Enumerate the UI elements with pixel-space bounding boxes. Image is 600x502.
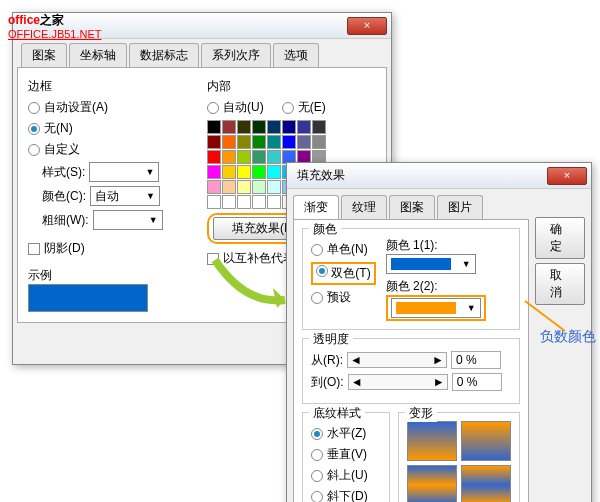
svg-line-0 bbox=[525, 301, 565, 331]
sample-title: 示例 bbox=[28, 267, 197, 284]
label-preset: 预设 bbox=[327, 289, 351, 306]
tab-pattern2[interactable]: 图案 bbox=[389, 195, 435, 219]
color-group: 颜色 单色(N) 双色(T) 预设 颜色 1(1): ▼ 颜色 2(2): bbox=[302, 228, 520, 330]
radio-diagdn[interactable] bbox=[311, 491, 323, 503]
radio-auto[interactable] bbox=[28, 102, 40, 114]
to-slider[interactable]: ◄► bbox=[348, 374, 448, 390]
close-icon[interactable]: × bbox=[347, 17, 387, 35]
label-one: 单色(N) bbox=[327, 241, 368, 258]
label-custom: 自定义 bbox=[44, 141, 80, 158]
color2-highlight: ▼ bbox=[386, 295, 486, 321]
color-select[interactable]: 自动▼ bbox=[90, 186, 160, 206]
radio-horiz[interactable] bbox=[311, 428, 323, 440]
ok-button-2[interactable]: 确定 bbox=[535, 217, 585, 259]
tab-picture[interactable]: 图片 bbox=[437, 195, 483, 219]
trans-title: 透明度 bbox=[309, 331, 353, 348]
weight-select[interactable]: ▼ bbox=[93, 210, 163, 230]
tab-labels[interactable]: 数据标志 bbox=[129, 43, 199, 67]
color2-label: 颜色 2(2): bbox=[386, 278, 486, 295]
radio-one-color[interactable] bbox=[311, 244, 323, 256]
label-horiz: 水平(Z) bbox=[327, 425, 366, 442]
label-vert: 垂直(V) bbox=[327, 446, 367, 463]
from-slider[interactable]: ◄► bbox=[347, 352, 447, 368]
label-two: 双色(T) bbox=[331, 266, 370, 280]
from-label: 从(R): bbox=[311, 352, 343, 369]
radio-none[interactable] bbox=[28, 123, 40, 135]
tab-texture[interactable]: 纹理 bbox=[341, 195, 387, 219]
to-label: 到(O): bbox=[311, 374, 344, 391]
two-color-highlight: 双色(T) bbox=[311, 262, 376, 285]
label-none: 无(N) bbox=[44, 120, 73, 137]
titlebar-2: 填充效果 × bbox=[287, 163, 591, 189]
variants-group: 变形 bbox=[398, 412, 520, 502]
radio-preset[interactable] bbox=[311, 292, 323, 304]
color-group-title: 颜色 bbox=[309, 221, 341, 238]
from-spin[interactable]: 0 % bbox=[451, 351, 501, 369]
shading-group: 底纹样式 水平(Z) 垂直(V) 斜上(U) 斜下(D) 角部辐射 中心辐射 bbox=[302, 412, 390, 502]
radio-inner-auto[interactable] bbox=[207, 102, 219, 114]
label-auto: 自动设置(A) bbox=[44, 99, 108, 116]
style-label: 样式(S): bbox=[42, 164, 85, 181]
tab-pattern[interactable]: 图案 bbox=[21, 43, 67, 67]
border-group: 边框 自动设置(A) 无(N) 自定义 样式(S):▼ 颜色(C):自动▼ 粗细… bbox=[28, 78, 197, 230]
radio-inner-none[interactable] bbox=[282, 102, 294, 114]
shading-title: 底纹样式 bbox=[309, 405, 365, 422]
color1-select[interactable]: ▼ bbox=[386, 254, 476, 274]
radio-diagup[interactable] bbox=[311, 470, 323, 482]
inner-title: 内部 bbox=[207, 78, 376, 95]
variant-grid[interactable] bbox=[407, 421, 511, 502]
shadow-checkbox[interactable] bbox=[28, 243, 40, 255]
label-diagdn: 斜下(D) bbox=[327, 488, 368, 502]
tab-gradient[interactable]: 渐变 bbox=[293, 195, 339, 219]
color1-label: 颜色 1(1): bbox=[386, 237, 486, 254]
watermark: office之家 bbox=[8, 4, 64, 30]
style-select[interactable]: ▼ bbox=[89, 162, 159, 182]
annotation-neg-color: 负数颜色 bbox=[540, 328, 596, 346]
shadow-label: 阴影(D) bbox=[44, 240, 85, 257]
radio-two-color[interactable] bbox=[316, 265, 328, 277]
arrow-icon bbox=[205, 250, 305, 320]
transparency-group: 透明度 从(R):◄►0 % 到(O):◄►0 % bbox=[302, 338, 520, 404]
variants-title: 变形 bbox=[405, 405, 437, 422]
tab-axis[interactable]: 坐标轴 bbox=[69, 43, 127, 67]
color-label: 颜色(C): bbox=[42, 188, 86, 205]
watermark-url: OFFICE.JB51.NET bbox=[8, 28, 102, 40]
border-title: 边框 bbox=[28, 78, 197, 95]
tab-order[interactable]: 系列次序 bbox=[201, 43, 271, 67]
color2-select[interactable]: ▼ bbox=[391, 298, 481, 318]
to-spin[interactable]: 0 % bbox=[452, 373, 502, 391]
sample-swatch bbox=[28, 284, 148, 312]
dialog-title: 填充效果 bbox=[291, 167, 345, 184]
label-inner-auto: 自动(U) bbox=[223, 99, 264, 116]
tab-strip-2: 渐变 纹理 图案 图片 bbox=[293, 195, 529, 219]
label-diagup: 斜上(U) bbox=[327, 467, 368, 484]
tab-options[interactable]: 选项 bbox=[273, 43, 319, 67]
tab-strip: 图案 坐标轴 数据标志 系列次序 选项 bbox=[13, 39, 391, 67]
label-inner-none: 无(E) bbox=[298, 99, 326, 116]
weight-label: 粗细(W): bbox=[42, 212, 89, 229]
radio-custom[interactable] bbox=[28, 144, 40, 156]
radio-vert[interactable] bbox=[311, 449, 323, 461]
close-icon-2[interactable]: × bbox=[547, 167, 587, 185]
